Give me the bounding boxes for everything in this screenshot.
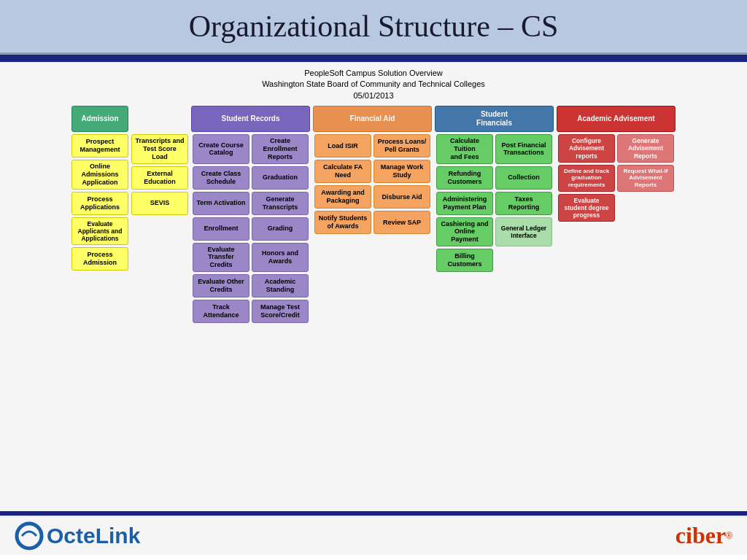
external-education: ExternalEducation — [131, 166, 188, 190]
academic-advisement-section: Academic Advisement ConfigureAdvisementr… — [557, 106, 676, 222]
disburse-aid: Disburse Aid — [374, 185, 430, 209]
create-course-catalog: Create CourseCatalog — [193, 134, 249, 163]
generate-transcripts: GenerateTranscripts — [252, 192, 309, 215]
student-financials-header: StudentFinancials — [435, 106, 554, 132]
financial-aid-section: Financial Aid Load ISIR Process Loans/Pe… — [313, 106, 432, 234]
request-what-if-reports: Request What-IfAdvisementReports — [617, 165, 674, 192]
enrollment: Enrollment — [193, 217, 249, 241]
student-records-header: Student Records — [191, 106, 310, 132]
student-financials-section: StudentFinancials Calculate Tuitionand F… — [435, 106, 554, 272]
load-isir: Load ISIR — [314, 134, 371, 158]
manage-work-study: Manage WorkStudy — [374, 160, 430, 183]
svg-point-0 — [17, 524, 42, 548]
review-sap: Review SAP — [374, 211, 430, 234]
evaluate-other-credits: Evaluate OtherCredits — [193, 274, 249, 298]
graduation: Graduation — [252, 166, 309, 190]
refunding-customers: RefundingCustomers — [436, 166, 493, 190]
calculate-tuition: Calculate Tuitionand Fees — [436, 134, 493, 163]
create-enrollment-reports: CreateEnrollmentReports — [252, 134, 309, 163]
process-admission: ProcessAdmission — [71, 247, 128, 271]
evaluate-transfer-credits: EvaluateTransfer Credits — [193, 243, 249, 272]
footer: OcteLink ciber® — [0, 516, 747, 555]
post-financial-transactions: Post FinancialTransactions — [495, 134, 552, 163]
term-activation: Term Activation — [193, 192, 249, 215]
academic-standing: AcademicStanding — [252, 274, 309, 298]
content-area: PeopleSoft Campus Solution Overview Wash… — [0, 62, 747, 511]
configure-advisement-reports: ConfigureAdvisementreports — [558, 134, 615, 163]
admission-header: Admission — [71, 106, 128, 132]
online-admissions: OnlineAdmissionsApplication — [71, 160, 128, 189]
generate-advisement-reports: GenerateAdvisementReports — [617, 134, 674, 163]
octelink-logo: OcteLink — [15, 521, 140, 551]
transcripts-load: Transcripts andTest Score Load — [131, 134, 188, 163]
honors-awards: Honors andAwards — [252, 243, 309, 272]
student-records-section: Student Records Create CourseCatalog Cre… — [191, 106, 310, 323]
administering-payment-plan: AdministeringPayment Plan — [436, 192, 493, 215]
header-text: PeopleSoft Campus Solution Overview Wash… — [7, 68, 740, 101]
prospect-mgmt: ProspectManagement — [71, 134, 128, 158]
cashiering-online-payment: Cashiering andOnline Payment — [436, 217, 493, 246]
octelink-logo-icon — [15, 521, 44, 551]
process-applications: ProcessApplications — [71, 192, 128, 215]
calculate-fa-need: Calculate FANeed — [314, 160, 371, 183]
evaluate-applicants: EvaluateApplicants andApplications — [71, 217, 128, 246]
dark-bar-top — [0, 55, 747, 62]
define-track-graduation: Define and trackgraduationrequirements — [558, 165, 615, 192]
process-loans: Process Loans/Pell Grants — [374, 134, 430, 158]
awarding-packaging: Awarding andPackaging — [314, 185, 371, 209]
main-title: Organizational Structure – CS — [0, 0, 747, 55]
notify-students: Notify Studentsof Awards — [314, 211, 371, 234]
admission-sub-section: Transcripts andTest Score Load ExternalE… — [131, 134, 188, 214]
org-chart: Admission ProspectManagement OnlineAdmis… — [7, 106, 740, 323]
financial-aid-header: Financial Aid — [313, 106, 432, 132]
academic-advisement-header: Academic Advisement — [557, 106, 676, 132]
evaluate-student-degree-progress: Evaluatestudent degreeprogress — [558, 194, 615, 222]
billing-customers: BillingCustomers — [436, 249, 493, 272]
manage-test-score: Manage TestScore/Credit — [252, 300, 309, 323]
general-ledger-interface: General LedgerInterface — [495, 217, 552, 246]
collection: Collection — [495, 166, 552, 190]
taxes-reporting: Taxes Reporting — [495, 192, 552, 215]
track-attendance: TrackAttendance — [193, 300, 249, 323]
ciber-logo: ciber® — [676, 522, 732, 549]
admission-section: Admission ProspectManagement OnlineAdmis… — [71, 106, 128, 271]
sevis: SEVIS — [131, 192, 188, 215]
create-class-schedule: Create ClassSchedule — [193, 166, 249, 190]
grading: Grading — [252, 217, 309, 241]
